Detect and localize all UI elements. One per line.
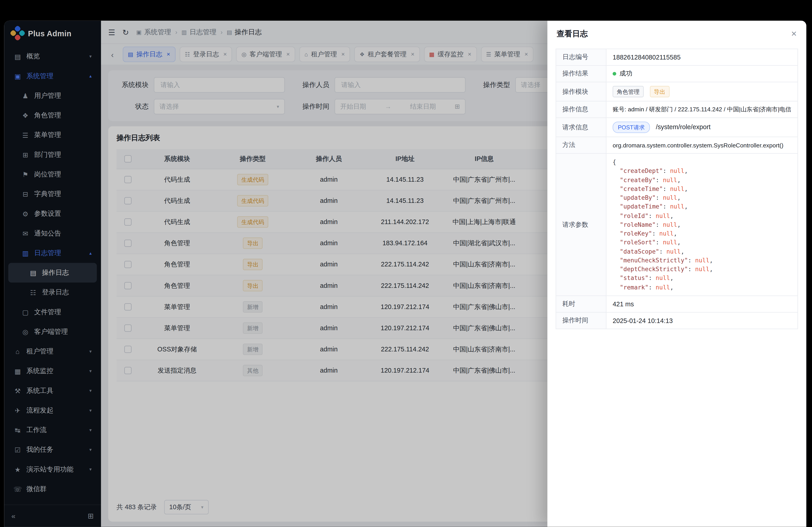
detail-row-method: 方法 org.dromara.system.controller.system.…: [556, 137, 798, 153]
drawer-body: 日志编号 1882612840802115585 操作结果 成功 操作模块: [548, 47, 806, 337]
json-value: null: [663, 239, 677, 246]
post-method-tag: POST请求: [613, 122, 650, 133]
json-key: "createBy": [620, 176, 656, 183]
json-value: null: [670, 167, 684, 175]
json-line: "roleKey": null,: [613, 229, 791, 238]
json-key: "status": [620, 274, 649, 282]
request-params-json[interactable]: {"createDept": null,"createBy": null,"cr…: [607, 154, 798, 296]
detail-label: 操作信息: [556, 101, 606, 118]
app-window: Plus Admin ▤概览▾▣系统管理▴♟用户管理❖角色管理☰菜单管理⊞部门管…: [4, 21, 806, 527]
detail-value: 2025-01-24 10:14:13: [606, 312, 798, 329]
detail-value: org.dromara.system.controller.system.Sys…: [606, 137, 798, 153]
json-value: null: [663, 194, 677, 201]
log-detail-table: 日志编号 1882612840802115585 操作结果 成功 操作模块: [556, 49, 798, 329]
json-key: "remark": [620, 283, 649, 290]
detail-label: 日志编号: [556, 49, 606, 65]
json-line: "remark": null,: [613, 283, 791, 292]
detail-label: 操作结果: [556, 65, 606, 82]
drawer-header: 查看日志 ✕: [548, 21, 806, 47]
json-key: "roleId": [620, 212, 649, 219]
detail-label: 请求参数: [556, 153, 606, 296]
json-value: null: [663, 221, 677, 228]
json-line: "roleId": null,: [613, 211, 791, 221]
json-value: null: [663, 176, 677, 183]
json-key: "updateBy": [620, 194, 656, 201]
detail-value: {"createDept": null,"createBy": null,"cr…: [606, 153, 798, 296]
detail-label: 请求信息: [556, 118, 606, 137]
json-line: "menuCheckStrictly": null,: [613, 256, 791, 265]
detail-label: 方法: [556, 137, 606, 153]
detail-value: POST请求 /system/role/export: [606, 118, 798, 137]
json-value: null: [656, 283, 670, 290]
json-key: "createTime": [620, 185, 663, 192]
screen: Plus Admin ▤概览▾▣系统管理▴♟用户管理❖角色管理☰菜单管理⊞部门管…: [0, 0, 812, 527]
detail-value: 1882612840802115585: [606, 49, 798, 65]
detail-row-log-id: 日志编号 1882612840802115585: [556, 49, 798, 65]
detail-label: 耗时: [556, 296, 606, 312]
drawer-title: 查看日志: [557, 29, 588, 39]
json-key: "roleName": [620, 221, 656, 228]
json-key: "roleSort": [620, 239, 656, 246]
json-key: "roleKey": [620, 230, 652, 237]
json-value: null: [656, 274, 670, 282]
json-value: null: [656, 212, 670, 219]
json-value: null: [670, 203, 684, 210]
action-tag: 导出: [650, 86, 669, 97]
json-line: "updateBy": null,: [613, 194, 791, 202]
detail-row-request: 请求信息 POST请求 /system/role/export: [556, 118, 798, 137]
detail-label: 操作时间: [556, 312, 606, 329]
json-line: "roleSort": null,: [613, 238, 791, 247]
detail-row-time: 操作时间 2025-01-24 10:14:13: [556, 312, 798, 329]
json-line: "updateTime": null,: [613, 202, 791, 211]
detail-label: 操作模块: [556, 82, 606, 101]
json-key: "deptCheckStrictly": [620, 266, 688, 273]
close-icon[interactable]: ✕: [791, 30, 797, 38]
detail-row-duration: 耗时 421 ms: [556, 296, 798, 312]
json-line: "dataScope": null,: [613, 247, 791, 256]
json-value: null: [695, 266, 710, 273]
json-key: "createDept": [620, 167, 663, 175]
json-key: "menuCheckStrictly": [620, 257, 688, 264]
detail-value: 角色管理 导出: [606, 82, 798, 101]
json-line: "createBy": null,: [613, 176, 791, 185]
detail-row-result: 操作结果 成功: [556, 65, 798, 82]
json-line: "roleName": null,: [613, 220, 791, 229]
json-line: "createTime": null,: [613, 185, 791, 194]
json-value: null: [659, 230, 674, 237]
json-open-brace: {: [613, 158, 791, 167]
json-line: "status": null,: [613, 274, 791, 283]
detail-row-params: 请求参数 {"createDept": null,"createBy": nul…: [556, 153, 798, 296]
detail-row-info: 操作信息 账号: admin / 研发部门 / 222.175.114.242 …: [556, 101, 798, 118]
json-value: null: [670, 185, 684, 192]
success-dot-icon: [613, 72, 616, 76]
json-value: null: [667, 248, 681, 255]
detail-value: 账号: admin / 研发部门 / 222.175.114.242 / 中国|…: [606, 101, 798, 118]
detail-value: 成功: [606, 65, 798, 82]
detail-row-module: 操作模块 角色管理 导出: [556, 82, 798, 101]
json-value: null: [695, 257, 710, 264]
module-tag: 角色管理: [613, 86, 644, 97]
request-url: /system/role/export: [656, 123, 710, 131]
view-log-drawer: 查看日志 ✕ 日志编号 1882612840802115585 操作结果 成功: [548, 21, 806, 527]
json-key: "updateTime": [620, 203, 663, 210]
json-line: "deptCheckStrictly": null,: [613, 265, 791, 274]
detail-value: 421 ms: [606, 296, 798, 312]
json-key: "dataScope": [620, 248, 659, 255]
json-line: "createDept": null,: [613, 167, 791, 176]
